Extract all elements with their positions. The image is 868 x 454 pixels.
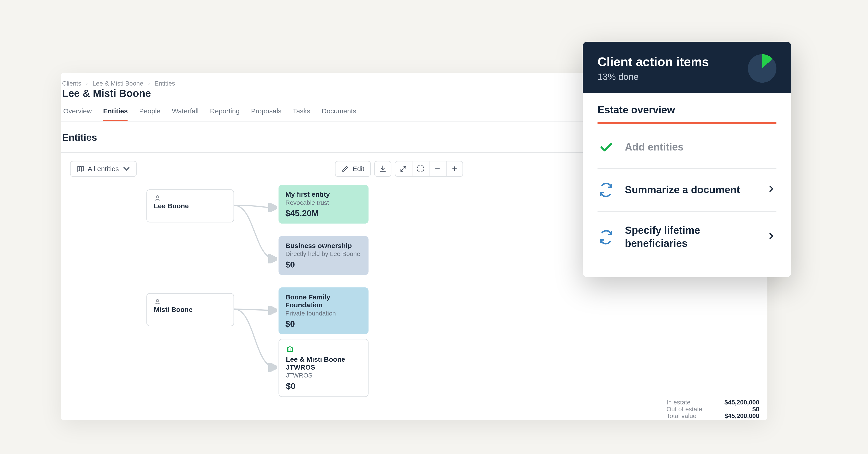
maximize-icon [416, 165, 425, 173]
zoom-in-button[interactable] [446, 161, 463, 177]
download-icon [379, 165, 386, 173]
tab-documents[interactable]: Documents [322, 107, 356, 121]
edit-label: Edit [352, 165, 364, 173]
download-button[interactable] [374, 161, 391, 177]
entity-title: Business ownership [285, 242, 362, 250]
chevron-down-icon [122, 165, 130, 173]
entity-node[interactable]: Business ownership Directly held by Lee … [278, 236, 368, 275]
summary-value: $0 [714, 405, 760, 413]
tab-entities[interactable]: Entities [103, 107, 128, 121]
entity-value: $0 [286, 381, 361, 391]
task-label: Summarize a document [625, 183, 756, 196]
panel-done-text: 13% done [597, 72, 709, 82]
tab-reporting[interactable]: Reporting [210, 107, 240, 121]
entity-filter-label: All entities [88, 165, 119, 173]
check-icon [597, 139, 615, 156]
person-name: Lee Boone [154, 202, 227, 210]
person-name: Misti Boone [154, 306, 227, 314]
entity-value: $45.20M [285, 208, 362, 218]
zoom-out-button[interactable] [429, 161, 446, 177]
svg-point-1 [156, 300, 159, 302]
pencil-icon [341, 165, 349, 173]
expand-icon [399, 165, 407, 173]
person-node[interactable]: Lee Boone [147, 190, 234, 223]
fullscreen-button[interactable] [412, 161, 429, 177]
task-label: Specify lifetime beneficiaries [625, 224, 756, 250]
task-summarize-document[interactable]: Summarize a document [597, 169, 776, 211]
task-specify-beneficiaries[interactable]: Specify lifetime beneficiaries [597, 211, 776, 262]
summary-label: Out of estate [666, 405, 702, 413]
tab-waterfall[interactable]: Waterfall [172, 107, 198, 121]
svg-point-0 [156, 196, 159, 198]
entity-diagram: Lee Boone Misti Boone My first entity Re… [147, 185, 488, 420]
panel-section-title: Estate overview [597, 104, 776, 124]
minus-icon [434, 165, 441, 173]
person-icon [154, 298, 161, 306]
breadcrumb-clients[interactable]: Clients [62, 80, 81, 87]
summary-value: $45,200,000 [714, 413, 760, 419]
chevron-right-icon: › [148, 80, 150, 87]
task-add-entities[interactable]: Add entities [597, 126, 776, 169]
map-icon [76, 165, 84, 173]
summary-label: In estate [666, 399, 690, 405]
edit-button[interactable]: Edit [335, 161, 371, 177]
page-title: Lee & Misti Boone [62, 88, 151, 100]
tab-overview[interactable]: Overview [63, 107, 92, 121]
tab-proposals[interactable]: Proposals [251, 107, 281, 121]
entity-node[interactable]: Boone Family Foundation Private foundati… [278, 287, 368, 334]
entity-title: My first entity [285, 191, 362, 198]
bank-icon [286, 345, 294, 353]
tab-people[interactable]: People [139, 107, 160, 121]
refresh-icon [597, 228, 615, 246]
entity-subtitle: JTWROS [286, 372, 361, 379]
entity-title: Boone Family Foundation [285, 293, 362, 309]
entity-subtitle: Revocable trust [285, 199, 362, 206]
progress-pie-icon [748, 54, 776, 83]
entity-node[interactable]: My first entity Revocable trust $45.20M [278, 185, 368, 223]
person-icon [154, 194, 161, 202]
client-action-items-panel: Client action items 13% done Estate over… [583, 41, 791, 277]
task-label: Add entities [625, 141, 776, 154]
panel-title: Client action items [597, 55, 709, 70]
summary-value: $45,200,000 [714, 399, 760, 405]
expand-button[interactable] [395, 161, 412, 177]
breadcrumb-client[interactable]: Lee & Misti Boone [92, 80, 143, 87]
entity-value: $0 [285, 260, 362, 269]
chevron-right-icon [766, 183, 776, 196]
entity-subtitle: Private foundation [285, 310, 362, 316]
chevron-right-icon: › [86, 80, 88, 87]
entity-subtitle: Directly held by Lee Boone [285, 250, 362, 257]
entity-value: $0 [285, 319, 362, 329]
estate-summary: In estate$45,200,000 Out of estate$0 Tot… [666, 399, 759, 419]
refresh-icon [597, 181, 615, 198]
tab-tasks[interactable]: Tasks [293, 107, 310, 121]
chevron-right-icon [766, 231, 776, 243]
entity-title: Lee & Misti Boone JTWROS [286, 355, 361, 371]
entity-node[interactable]: Lee & Misti Boone JTWROS JTWROS $0 [278, 339, 368, 397]
panel-header: Client action items 13% done [583, 41, 791, 93]
plus-icon [451, 165, 458, 173]
breadcrumb-entities: Entities [155, 80, 175, 87]
section-title: Entities [62, 133, 97, 144]
person-node[interactable]: Misti Boone [147, 293, 234, 326]
entity-filter-button[interactable]: All entities [70, 161, 136, 177]
canvas-action-bar: Edit [335, 161, 463, 177]
summary-label: Total value [666, 413, 696, 419]
